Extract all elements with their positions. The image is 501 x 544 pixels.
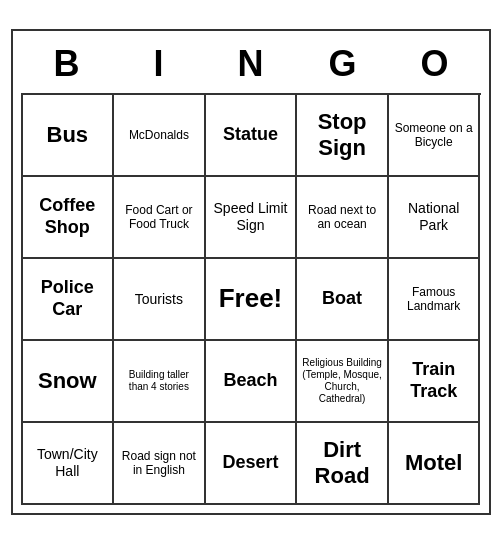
cell-1[interactable]: McDonalds — [114, 95, 206, 177]
cell-9[interactable]: National Park — [389, 177, 481, 259]
cell-14[interactable]: Famous Landmark — [389, 259, 481, 341]
bingo-grid: Bus McDonalds Statue Stop Sign Someone o… — [21, 93, 481, 505]
bingo-card: B I N G O Bus McDonalds Statue Stop Sign… — [11, 29, 491, 515]
header-i: I — [113, 39, 205, 89]
bingo-header: B I N G O — [21, 39, 481, 89]
cell-23[interactable]: Dirt Road — [297, 423, 389, 505]
header-b: B — [21, 39, 113, 89]
cell-19[interactable]: Train Track — [389, 341, 481, 423]
cell-17[interactable]: Beach — [206, 341, 298, 423]
cell-11[interactable]: Tourists — [114, 259, 206, 341]
cell-5[interactable]: Coffee Shop — [23, 177, 115, 259]
cell-6[interactable]: Food Cart or Food Truck — [114, 177, 206, 259]
cell-15[interactable]: Snow — [23, 341, 115, 423]
cell-3[interactable]: Stop Sign — [297, 95, 389, 177]
cell-12-free[interactable]: Free! — [206, 259, 298, 341]
cell-10[interactable]: Police Car — [23, 259, 115, 341]
cell-13[interactable]: Boat — [297, 259, 389, 341]
cell-7[interactable]: Speed Limit Sign — [206, 177, 298, 259]
header-n: N — [205, 39, 297, 89]
cell-22[interactable]: Desert — [206, 423, 298, 505]
cell-16[interactable]: Building taller than 4 stories — [114, 341, 206, 423]
header-g: G — [297, 39, 389, 89]
cell-18[interactable]: Religious Building (Temple, Mosque, Chur… — [297, 341, 389, 423]
cell-4[interactable]: Someone on a Bicycle — [389, 95, 481, 177]
cell-8[interactable]: Road next to an ocean — [297, 177, 389, 259]
cell-20[interactable]: Town/City Hall — [23, 423, 115, 505]
cell-24[interactable]: Motel — [389, 423, 481, 505]
cell-21[interactable]: Road sign not in English — [114, 423, 206, 505]
header-o: O — [389, 39, 481, 89]
cell-0[interactable]: Bus — [23, 95, 115, 177]
cell-2[interactable]: Statue — [206, 95, 298, 177]
